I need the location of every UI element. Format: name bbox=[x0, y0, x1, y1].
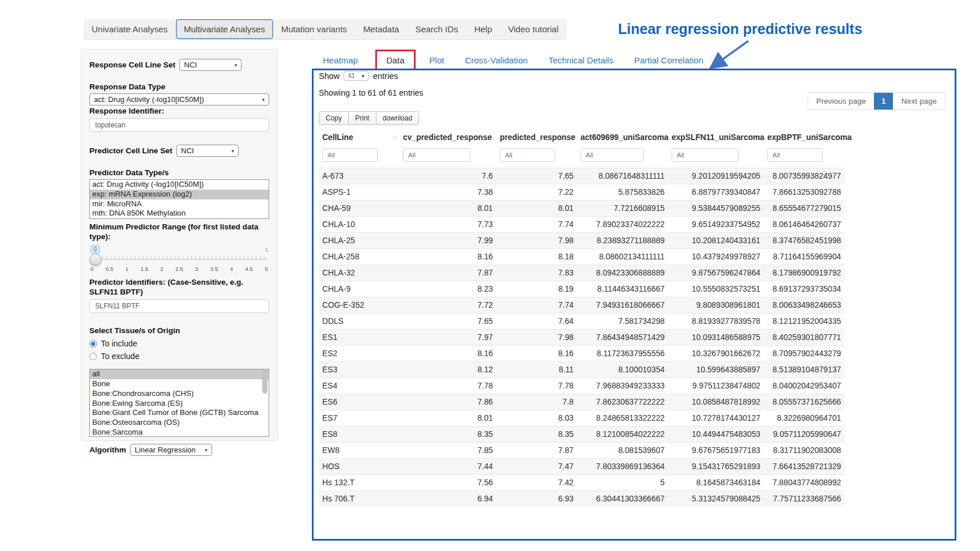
response-cell-line-set-select[interactable]: NCI ▾ bbox=[179, 59, 242, 71]
cell-value: 9.8089308961801 bbox=[668, 297, 764, 314]
radio-button-icon[interactable] bbox=[89, 353, 97, 360]
cell-value: 7.88043774808992 bbox=[764, 475, 845, 491]
cell-value: 7.44 bbox=[399, 459, 496, 475]
tab-cross-validation[interactable]: Cross-Validation bbox=[459, 51, 533, 69]
print-button[interactable]: Print bbox=[348, 111, 376, 125]
slider-handle[interactable] bbox=[89, 254, 101, 266]
radio-button-icon[interactable] bbox=[89, 340, 97, 348]
table-row[interactable]: CHLA-257.997.988.2389327118888910.208124… bbox=[319, 233, 845, 249]
page-length-select[interactable]: 61 ▾ bbox=[344, 71, 369, 81]
table-row[interactable]: ASPS-17.387.225.8758338266.8879773934084… bbox=[319, 184, 845, 201]
column-filter-input-predicted-response[interactable] bbox=[500, 148, 555, 162]
filter-cell-expslfn11-unisarcoma bbox=[668, 147, 764, 168]
algorithm-select[interactable]: Linear Regression ▾ bbox=[130, 444, 212, 456]
cell-value: 6.88797739340847 bbox=[668, 184, 764, 201]
table-row[interactable]: CHA-598.018.017.72166089159.538445790892… bbox=[319, 201, 845, 217]
table-row[interactable]: ES47.787.787.968839492333339.97511238474… bbox=[319, 378, 845, 394]
table-row[interactable]: COG-E-3527.727.747.949316180666679.80893… bbox=[319, 297, 845, 314]
tissue-option-bone[interactable]: Bone bbox=[90, 379, 269, 389]
cell-value: 10.599643885897 bbox=[668, 362, 764, 378]
column-header-label: act609699_uniSarcoma bbox=[581, 133, 669, 142]
tissue-option-bone-giant-cell-tumor-of-bone-gctb-sarcoma[interactable]: Bone:Giant Cell Tumor of Bone (GCTB) Sar… bbox=[90, 408, 269, 418]
nav-item-univariate-analyses[interactable]: Univariate Analyses bbox=[84, 19, 176, 39]
tissue-option-bone-ewing-sarcoma-es[interactable]: Bone:Ewing Sarcoma (ES) bbox=[90, 399, 269, 409]
nav-item-metadata[interactable]: Metadata bbox=[355, 19, 408, 39]
nav-item-help[interactable]: Help bbox=[466, 19, 500, 39]
table-row[interactable]: A-6737.67.658.086716483111119.2012091959… bbox=[319, 168, 845, 184]
table-row[interactable]: Hs 132.T7.567.4258.16458734631847.880437… bbox=[319, 475, 845, 491]
predictor-data-type-option-mir[interactable]: mir: MicroRNA bbox=[90, 199, 269, 209]
cell-value: 10.7278174430127 bbox=[668, 410, 764, 427]
column-header-expslfn11-unisarcoma[interactable]: ↑↓expSLFN11_uniSarcoma bbox=[668, 128, 764, 147]
previous-page-button[interactable]: Previous page bbox=[808, 93, 874, 110]
next-page-button[interactable]: Next page bbox=[893, 93, 945, 110]
column-header-cv-predicted-response[interactable]: ↑↓cv_predicted_response bbox=[399, 128, 496, 147]
column-header-label: cv_predicted_response bbox=[403, 133, 492, 142]
table-row[interactable]: CHLA-98.238.198.1144634311666710.5550832… bbox=[319, 281, 845, 297]
tab-data[interactable]: Data bbox=[380, 51, 410, 69]
tissue-radio-group: To includeTo exclude bbox=[89, 339, 269, 361]
column-filter-input-act609699-unisarcoma[interactable] bbox=[581, 148, 644, 162]
chevron-down-icon: ▾ bbox=[205, 447, 208, 453]
cell-value: 8.11446343116667 bbox=[577, 281, 668, 297]
cell-value: 8.40259301807771 bbox=[764, 330, 845, 346]
table-row[interactable]: HOS7.447.477.803398691363649.15431765291… bbox=[319, 459, 845, 475]
column-filter-input-expslfn11-unisarcoma[interactable] bbox=[672, 148, 738, 162]
tissue-option-bone-osteosarcoma-os[interactable]: Bone:Osteosarcoma (OS) bbox=[90, 418, 269, 428]
nav-item-multivariate-analyses[interactable]: Multivariate Analyses bbox=[176, 19, 273, 39]
predictor-identifiers-input[interactable] bbox=[89, 299, 269, 313]
column-filter-input-expbptf-unisarcoma[interactable] bbox=[767, 148, 823, 162]
table-row[interactable]: Hs 706.T6.946.936.304413033666675.313245… bbox=[319, 491, 845, 507]
download-button[interactable]: download bbox=[376, 111, 419, 125]
table-row[interactable]: EW87.857.878.0815396079.676756519771838.… bbox=[319, 443, 845, 459]
nav-item-search-ids[interactable]: Search IDs bbox=[407, 19, 466, 39]
table-row[interactable]: CHLA-327.877.838.094233068888899.8756759… bbox=[319, 265, 845, 281]
cell-value: 7.96883949233333 bbox=[577, 378, 668, 394]
min-predictor-range-slider[interactable]: 0 5 00.511.522.533.544.55 bbox=[91, 245, 268, 273]
column-header-label: CellLine bbox=[322, 133, 353, 142]
predictor-data-type-option-mth[interactable]: mth: DNA 850K Methylation bbox=[90, 209, 269, 218]
cell-value: 7.78 bbox=[399, 378, 496, 394]
column-header-predicted-response[interactable]: ↑↓predicted_response bbox=[496, 128, 577, 147]
response-data-type-select[interactable]: act: Drug Activity (-log10[IC50M]) ▾ bbox=[89, 93, 269, 105]
table-row[interactable]: ES78.018.038.2486581332222210.7278174430… bbox=[319, 410, 845, 427]
predictor-data-type-option-act[interactable]: act: Drug Activity (-log10[IC50M]) bbox=[90, 180, 269, 190]
cell-line-name: HOS bbox=[319, 459, 399, 475]
response-identifier-input[interactable] bbox=[89, 118, 269, 132]
slider-track[interactable] bbox=[91, 259, 268, 260]
copy-button[interactable]: Copy bbox=[319, 111, 349, 125]
column-filter-input-cv-predicted-response[interactable] bbox=[403, 148, 470, 162]
listbox-scrollbar[interactable] bbox=[262, 371, 267, 394]
tab-heatmap[interactable]: Heatmap bbox=[317, 51, 364, 69]
cell-line-name: ES1 bbox=[319, 330, 399, 346]
table-row[interactable]: ES38.128.118.10001035410.5996438858978.5… bbox=[319, 362, 845, 378]
tissue-radio-to-exclude[interactable]: To exclude bbox=[89, 352, 269, 361]
page-number-button[interactable]: 1 bbox=[874, 93, 894, 110]
sort-icon[interactable]: ↑↓ bbox=[392, 133, 396, 140]
slider-tick-label: 2 bbox=[160, 266, 163, 272]
nav-item-mutation-variants[interactable]: Mutation variants bbox=[273, 19, 355, 39]
cell-value: 8.01 bbox=[399, 201, 496, 217]
table-row[interactable]: DDLS7.657.647.5817342988.819392778395788… bbox=[319, 314, 845, 330]
table-row[interactable]: CHLA-107.737.747.890233740222229.6514923… bbox=[319, 217, 845, 233]
column-header-act609699-unisarcoma[interactable]: ↑↓act609699_uniSarcoma bbox=[577, 128, 668, 147]
tissue-option-bone-sarcoma[interactable]: Bone:Sarcoma bbox=[90, 428, 269, 437]
table-row[interactable]: ES67.867.87.8623063772222210.08584878189… bbox=[319, 394, 845, 410]
tab-plot[interactable]: Plot bbox=[424, 51, 450, 69]
column-filter-input-cellline[interactable] bbox=[322, 148, 378, 162]
table-row[interactable]: CHLA-2588.168.188.0860213411111110.43792… bbox=[319, 249, 845, 265]
table-row[interactable]: ES88.358.358.1210085402222210.4494475483… bbox=[319, 427, 845, 443]
predictor-cell-line-set-select[interactable]: NCI ▾ bbox=[176, 145, 239, 157]
tissue-option-all[interactable]: all bbox=[90, 369, 269, 379]
cell-value: 7.87 bbox=[496, 443, 577, 459]
table-row[interactable]: ES28.168.168.1172363795555610.3267901662… bbox=[319, 346, 845, 362]
tissue-radio-to-include[interactable]: To include bbox=[89, 339, 269, 348]
tissue-option-bone-chondrosarcoma-chs[interactable]: Bone:Chondrosarcoma (CHS) bbox=[90, 389, 269, 399]
tab-partial-correlation[interactable]: Partial Correlation bbox=[628, 51, 709, 69]
column-header-expbptf-unisarcoma[interactable]: ↑↓expBPTF_uniSarcoma bbox=[764, 128, 845, 147]
nav-item-video-tutorial[interactable]: Video tutorial bbox=[500, 19, 566, 39]
tab-technical-details[interactable]: Technical Details bbox=[542, 51, 619, 69]
predictor-data-type-option-exp[interactable]: exp: mRNA Expression (log2) bbox=[90, 190, 269, 199]
table-row[interactable]: ES17.977.987.8643494857142910.0931486588… bbox=[319, 330, 845, 346]
column-header-cellline[interactable]: ↑↓CellLine bbox=[319, 128, 399, 147]
